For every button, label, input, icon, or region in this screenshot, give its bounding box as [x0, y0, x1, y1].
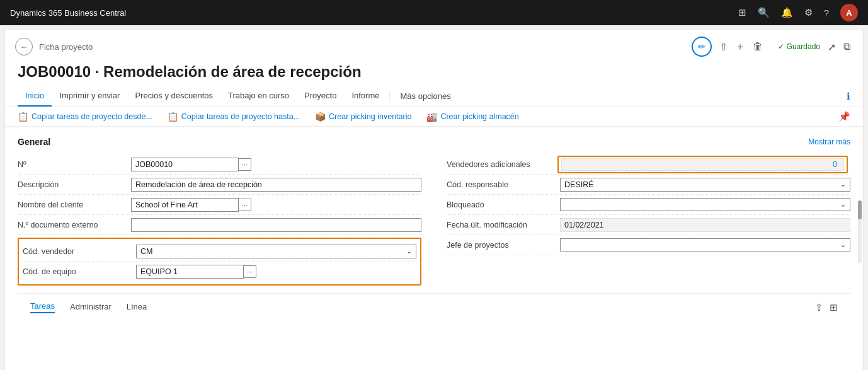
select-bloqueado[interactable]: ⌄: [560, 198, 850, 211]
input-equipo-wrap: ···: [136, 265, 256, 279]
label-jefe: Jefe de proyectos: [447, 241, 560, 250]
form-row-bloqueado: Bloqueado ⌄: [447, 195, 850, 215]
input-doc-externo[interactable]: [131, 218, 421, 232]
add-icon[interactable]: ＋: [735, 40, 745, 54]
tab-informe[interactable]: Informe: [344, 86, 387, 107]
content-area: General Mostrar más Nº ···: [5, 127, 863, 323]
ellipsis-cliente[interactable]: ···: [239, 199, 251, 211]
form-row-doc-externo: N.º documento externo: [18, 215, 421, 235]
collapse-icon[interactable]: ⧉: [843, 41, 850, 52]
bottom-tab-administrar[interactable]: Administrar: [70, 302, 111, 313]
form-row-cliente: Nombre del cliente ···: [18, 195, 421, 215]
search-icon[interactable]: 🔍: [758, 7, 770, 18]
left-column: Nº ··· Descripción: [18, 154, 421, 286]
copy-from-icon: 📋: [18, 112, 28, 122]
input-numero-wrap: ···: [131, 158, 251, 171]
section-title: General: [18, 137, 50, 147]
tab-nav: Inicio Imprimir y enviar Precios y descu…: [5, 86, 863, 107]
app-branding: Dynamics 365 Business Central: [10, 8, 126, 18]
tab-inicio[interactable]: Inicio: [18, 86, 52, 107]
select-bloqueado-text: [561, 203, 837, 207]
avatar[interactable]: A: [840, 4, 858, 21]
form-row-numero: Nº ···: [18, 154, 421, 175]
right-column: Vendedores adicionales 0 Cód. responsabl…: [447, 154, 850, 286]
label-fecha-mod: Fecha últ. modificación: [447, 221, 560, 229]
label-doc-externo: N.º documento externo: [18, 221, 131, 229]
form-row-vendedores-add: Vendedores adicionales 0: [447, 154, 850, 175]
form-row-descripcion: Descripción: [18, 175, 421, 195]
ellipsis-numero[interactable]: ···: [239, 158, 251, 171]
show-more-link[interactable]: Mostrar más: [808, 137, 850, 146]
share-icon[interactable]: ⇧: [719, 41, 728, 53]
chevron-down-responsable-icon[interactable]: ⌄: [837, 178, 850, 190]
select-vendedor[interactable]: CM ⌄: [136, 245, 416, 258]
label-vendedor: Cód. vendedor: [23, 247, 136, 256]
select-jefe[interactable]: ⌄: [560, 238, 850, 251]
section-header: General Mostrar más: [18, 137, 850, 147]
top-bar: Dynamics 365 Business Central ⊞ 🔍 🔔 ⚙ ? …: [0, 0, 868, 25]
value-equipo: ···: [136, 265, 416, 279]
share-bottom-icon[interactable]: ⇧: [815, 302, 823, 313]
app-title: Dynamics 365 Business Central: [10, 8, 126, 18]
form-row-responsable: Cód. responsable DESIRÉ ⌄: [447, 175, 850, 195]
left-highlight-box: Cód. vendedor CM ⌄ Cód. de equipo: [18, 238, 421, 286]
form-row-fecha-mod: Fecha últ. modificación: [447, 215, 850, 235]
open-new-icon[interactable]: ➚: [828, 41, 836, 53]
grid-icon[interactable]: ⊞: [738, 7, 746, 18]
breadcrumb-actions: ✏ ⇧ ＋ 🗑 ✓ Guardado ➚ ⧉: [692, 37, 850, 57]
input-numero[interactable]: [131, 158, 239, 171]
pin-icon[interactable]: 📌: [838, 111, 850, 122]
label-bloqueado: Bloqueado: [447, 200, 560, 209]
input-fecha-mod: [560, 218, 850, 232]
action-bar: 📋 Copiar tareas de proyecto desde... 📋 C…: [5, 107, 863, 127]
value-bloqueado: ⌄: [560, 198, 850, 211]
select-responsable[interactable]: DESIRÉ ⌄: [560, 178, 850, 192]
label-vendedores-add: Vendedores adicionales: [447, 160, 560, 169]
bottom-tab-tareas[interactable]: Tareas: [30, 301, 55, 313]
input-cliente[interactable]: [131, 198, 239, 212]
action-copy-to[interactable]: 📋 Copiar tareas de proyecto hasta...: [168, 112, 300, 122]
page-container: ← Ficha proyecto ✏ ⇧ ＋ 🗑 ✓ Guardado ➚ ⧉ …: [5, 30, 863, 370]
select-responsable-text: DESIRÉ: [561, 178, 837, 191]
scroll-thumb[interactable]: [858, 200, 862, 219]
tab-imprimir[interactable]: Imprimir y enviar: [52, 86, 127, 107]
label-cliente: Nombre del cliente: [18, 200, 131, 209]
label-descripcion: Descripción: [18, 180, 131, 189]
ellipsis-equipo[interactable]: ···: [244, 265, 256, 278]
bell-icon[interactable]: 🔔: [781, 7, 793, 18]
back-button[interactable]: ←: [15, 38, 33, 55]
vendedores-num[interactable]: 0: [561, 158, 844, 171]
action-picking-alm[interactable]: 🏭 Crear picking almacén: [426, 112, 518, 122]
label-numero: Nº: [18, 160, 131, 169]
input-descripcion[interactable]: [131, 178, 421, 192]
settings-icon[interactable]: ⚙: [804, 7, 813, 18]
value-doc-externo: [131, 218, 421, 232]
action-picking-inv-label: Crear picking inventario: [329, 112, 411, 121]
saved-status: ✓ Guardado: [778, 42, 820, 51]
action-picking-inv[interactable]: 📦 Crear picking inventario: [315, 112, 411, 122]
help-icon[interactable]: ?: [824, 8, 829, 18]
bottom-tab-linea[interactable]: Línea: [127, 302, 147, 313]
value-vendedor: CM ⌄: [136, 245, 416, 258]
action-copy-from[interactable]: 📋 Copiar tareas de proyecto desde...: [18, 112, 152, 122]
tab-trabajo[interactable]: Trabajo en curso: [220, 86, 297, 107]
delete-icon[interactable]: 🗑: [753, 41, 763, 52]
chevron-down-bloqueado-icon[interactable]: ⌄: [837, 199, 850, 211]
label-responsable: Cód. responsable: [447, 180, 560, 189]
value-vendedores-add: 0: [560, 157, 850, 172]
info-icon[interactable]: ℹ: [847, 91, 850, 102]
tab-precios[interactable]: Precios y descuentos: [127, 86, 220, 107]
tab-more[interactable]: Más opciones: [392, 86, 458, 106]
edit-button[interactable]: ✏: [692, 37, 712, 57]
form-row-vendedor: Cód. vendedor CM ⌄: [23, 241, 416, 262]
form-row-jefe: Jefe de proyectos ⌄: [447, 235, 850, 255]
label-equipo: Cód. de equipo: [23, 267, 136, 276]
input-equipo[interactable]: [136, 265, 244, 279]
chevron-down-icon[interactable]: ⌄: [403, 245, 416, 257]
value-descripcion: [131, 178, 421, 192]
chevron-down-jefe-icon[interactable]: ⌄: [837, 239, 850, 251]
grid-bottom-icon[interactable]: ⊞: [830, 302, 838, 313]
input-cliente-wrap: ···: [131, 198, 251, 212]
scrollbar[interactable]: [858, 200, 862, 263]
tab-proyecto[interactable]: Proyecto: [297, 86, 344, 107]
